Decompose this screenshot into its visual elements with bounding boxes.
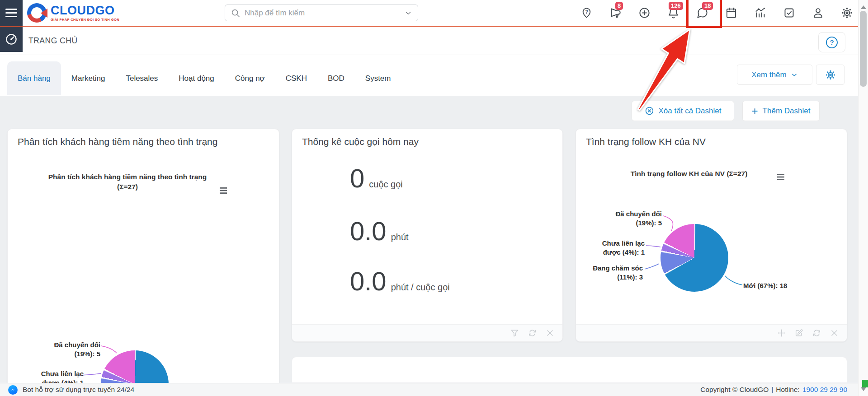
- search-icon: [231, 8, 241, 18]
- copyright-area: Copyright © CloudGO | Hotline: 1900 29 2…: [700, 386, 847, 394]
- plus-icon: +: [752, 107, 758, 116]
- chart-menu-icon[interactable]: [219, 187, 228, 194]
- gear-icon: [825, 70, 836, 80]
- chat-badge: 18: [702, 2, 713, 10]
- support-bot-link[interactable]: Bot hỗ trợ sử dụng trực tuyến 24/24: [8, 385, 134, 395]
- scrollbar-thumb[interactable]: [860, 11, 867, 87]
- chart-menu-icon[interactable]: [776, 173, 785, 181]
- chart-title: Tình trạng follow KH của NV (Σ=27): [603, 169, 775, 179]
- stat-value: 0: [350, 165, 364, 191]
- bell-icon[interactable]: 126: [667, 7, 679, 19]
- close-icon[interactable]: [830, 329, 839, 337]
- filter-icon[interactable]: [510, 329, 519, 337]
- megaphone-icon[interactable]: 8: [609, 7, 622, 19]
- move-icon[interactable]: [777, 329, 786, 337]
- add-dashlet-button[interactable]: + Thêm Dashlet: [742, 101, 820, 121]
- pie-label-dang-cham-soc: Đang chăm sóc (11%): 3: [590, 264, 643, 281]
- pie-label-da-chuyen-doi: Đã chuyển đổi (19%): 5: [46, 340, 100, 358]
- dashboard-tabs: Bán hàng Marketing Telesales Hoạt động C…: [7, 61, 401, 95]
- chart-title: Phân tích khách hàng tiềm năng theo tình…: [21, 172, 234, 191]
- messenger-icon: [8, 385, 18, 395]
- dashboard-area: Xóa tất cả Dashlet + Thêm Dashlet Phân t…: [0, 96, 868, 383]
- calendar-icon[interactable]: [725, 7, 737, 19]
- chevron-down-icon: [791, 71, 798, 79]
- tab-cong-no[interactable]: Công nợ: [225, 61, 275, 95]
- see-more-label: Xem thêm: [751, 70, 786, 79]
- clear-all-label: Xóa tất cả Dashlet: [659, 107, 722, 116]
- hotline-number[interactable]: 1900 29 29 90: [802, 386, 847, 394]
- copyright-text: Copyright © CloudGO: [700, 386, 769, 394]
- tab-telesales[interactable]: Telesales: [115, 61, 168, 95]
- cloudgo-logo-icon: [27, 3, 47, 23]
- plus-circle-icon[interactable]: [638, 7, 651, 19]
- stat-value: 0.0: [350, 268, 387, 294]
- user-profile-icon[interactable]: [812, 7, 824, 19]
- refresh-icon[interactable]: [528, 329, 537, 337]
- tab-marketing[interactable]: Marketing: [61, 61, 116, 95]
- circle-x-icon: [645, 106, 654, 116]
- megaphone-badge: 8: [615, 2, 623, 10]
- cloudgo-crm-app: CLOUDGO GIẢI PHÁP CHUYỂN ĐỔI SỐ TINH GỌN…: [0, 0, 868, 396]
- dashlet-footer: [292, 324, 562, 341]
- dashlet-lead-status: Phân tích khách hàng tiềm năng theo tình…: [7, 129, 279, 393]
- logo-text: CLOUDGO: [51, 5, 119, 17]
- help-button[interactable]: ?: [818, 32, 845, 52]
- stat-minutes-per-call: 0.0 phút / cuộc gọi: [350, 268, 450, 294]
- dashlet-title: Phân tích khách hàng tiềm năng theo tình…: [18, 135, 239, 149]
- see-more-button[interactable]: Xem thêm: [737, 65, 812, 85]
- partial-dashlet-card: [292, 357, 847, 383]
- dashboard-tabs-row: Bán hàng Marketing Telesales Hoạt động C…: [0, 56, 868, 95]
- page-scrollbar[interactable]: [858, 0, 868, 396]
- tab-ban-hang[interactable]: Bán hàng: [7, 61, 61, 95]
- dashlet-call-stats: Thống kê cuộc gọi hôm nay 0 cuộc gọi 0.0…: [292, 129, 563, 342]
- search-input[interactable]: [245, 9, 400, 18]
- dashlet-follow-status: Tình trạng follow KH của NV Tình trạng f…: [576, 129, 847, 342]
- settings-gear-icon[interactable]: [841, 7, 853, 19]
- chat-icon[interactable]: 18: [696, 7, 708, 19]
- side-widget-sliver[interactable]: [862, 380, 868, 387]
- cloudgo-logo[interactable]: CLOUDGO GIẢI PHÁP CHUYỂN ĐỔI SỐ TINH GỌN: [27, 3, 119, 23]
- support-bot-text: Bot hỗ trợ sử dụng trực tuyến 24/24: [23, 386, 134, 394]
- hamburger-menu-button[interactable]: [0, 0, 23, 26]
- dashlet-title: Thống kê cuộc gọi hôm nay: [302, 135, 419, 149]
- svg-text:?: ?: [585, 9, 588, 14]
- tab-hoat-dong[interactable]: Hoạt động: [168, 61, 224, 95]
- tab-system[interactable]: System: [355, 61, 401, 95]
- global-search[interactable]: [225, 5, 418, 21]
- add-dashlet-label: Thêm Dashlet: [763, 107, 811, 116]
- scrollbar-up-arrow[interactable]: [861, 3, 866, 9]
- stat-value: 0.0: [350, 218, 387, 244]
- stat-minutes: 0.0 phút: [350, 218, 409, 244]
- edit-icon[interactable]: [795, 329, 803, 337]
- tasks-check-square-icon[interactable]: [783, 7, 795, 19]
- pie-chart-follow-status[interactable]: [660, 224, 728, 292]
- stat-unit: cuộc gọi: [369, 179, 403, 190]
- chevron-down-icon[interactable]: [404, 9, 412, 17]
- tab-bod[interactable]: BOD: [317, 61, 355, 95]
- location-question-icon[interactable]: ?: [580, 7, 593, 19]
- analytics-chart-icon[interactable]: [754, 7, 766, 19]
- refresh-icon[interactable]: [812, 329, 821, 337]
- help-question-icon: ?: [826, 37, 838, 48]
- close-icon[interactable]: [546, 329, 554, 337]
- topbar: CLOUDGO GIẢI PHÁP CHUYỂN ĐỔI SỐ TINH GỌN…: [0, 0, 868, 27]
- topbar-actions: ? 8 126 18: [580, 7, 853, 19]
- stat-calls: 0 cuộc gọi: [350, 165, 403, 191]
- logo-tagline: GIẢI PHÁP CHUYỂN ĐỔI SỐ TINH GỌN: [51, 18, 119, 22]
- pie-label-moi: Mới (67%): 18: [743, 281, 807, 290]
- stat-unit: phút / cuộc gọi: [391, 282, 450, 293]
- dashlet-footer: [576, 324, 847, 341]
- hotline-label: Hotline:: [776, 386, 800, 394]
- clear-all-dashlets-button[interactable]: Xóa tất cả Dashlet: [632, 101, 734, 121]
- breadcrumb-row: TRANG CHỦ ?: [0, 27, 868, 55]
- scrollbar-down-arrow[interactable]: [861, 387, 866, 394]
- tabs-settings-button[interactable]: [816, 65, 844, 85]
- dashboard-module-icon[interactable]: [0, 27, 23, 52]
- pie-connector-lines: [576, 129, 848, 325]
- page-title: TRANG CHỦ: [28, 36, 78, 46]
- dashlet-title: Tình trạng follow KH của NV: [586, 135, 706, 149]
- separator: |: [771, 386, 773, 394]
- tab-cskh[interactable]: CSKH: [275, 61, 317, 95]
- footer-bar: Bot hỗ trợ sử dụng trực tuyến 24/24 Copy…: [0, 383, 868, 396]
- bell-badge: 126: [669, 2, 683, 10]
